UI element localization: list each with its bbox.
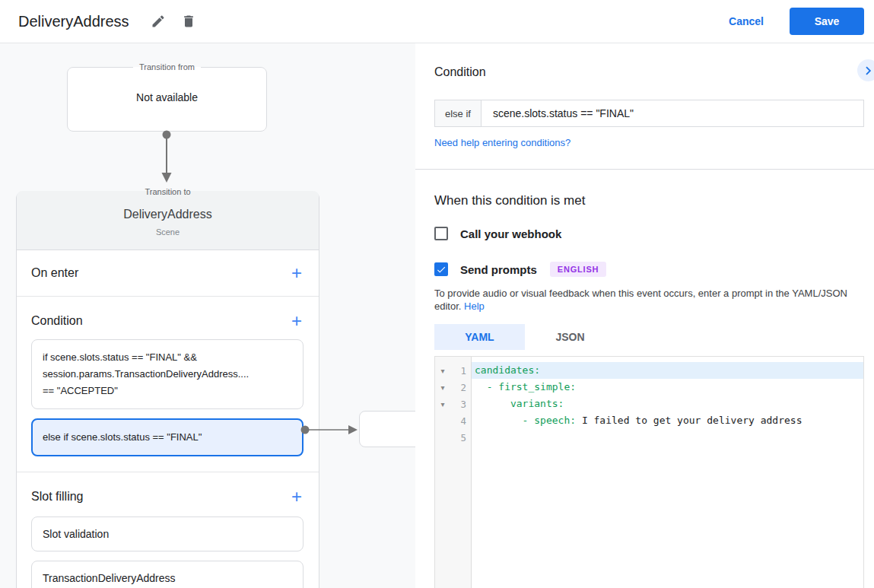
scene-card-header: DeliveryAddress Scene <box>17 191 319 250</box>
fold-arrow-icon[interactable]: ▾ <box>435 383 450 392</box>
fold-arrow-icon[interactable]: ▾ <box>435 367 450 375</box>
condition-line: if scene.slots.status == "FINAL" && <box>43 349 292 366</box>
transition-target-node[interactable] <box>359 411 415 447</box>
panel-title: Condition <box>434 65 864 79</box>
section-divider <box>415 169 874 170</box>
yaml-key-token: variants: <box>475 398 564 409</box>
scene-editor: DeliveryAddress Cancel Save Transition f… <box>0 0 874 588</box>
webhook-label[interactable]: Call your webhook <box>460 227 561 240</box>
gutter-row: 5 <box>435 429 471 446</box>
condition-label: Condition <box>31 314 83 328</box>
scene-name: DeliveryAddress <box>29 208 307 221</box>
editor-hint: To provide audio or visual feedback when… <box>434 287 857 313</box>
language-badge: ENGLISH <box>550 262 607 277</box>
help-link[interactable]: Help <box>464 300 485 312</box>
transition-from-content: Not available <box>68 91 266 103</box>
slot-item[interactable]: TransactionDeliveryAddress <box>31 561 304 588</box>
when-condition-heading: When this condition is met <box>434 193 864 208</box>
condition-line: else if scene.slots.status == "FINAL" <box>43 429 292 446</box>
slot-filling-label: Slot filling <box>31 490 83 504</box>
add-condition-button[interactable]: + <box>290 313 304 329</box>
hint-text: To provide audio or visual feedback when… <box>434 288 847 312</box>
yaml-value-token: I failed to get your delivery address <box>576 415 802 426</box>
gutter-row: ▾2 <box>435 379 471 396</box>
send-prompts-label[interactable]: Send prompts <box>460 263 537 276</box>
send-prompts-row: Send prompts ENGLISH <box>434 262 864 277</box>
scene-type: Scene <box>29 227 307 237</box>
yaml-key-token: - first_simple: <box>475 381 576 393</box>
plus-icon: + <box>291 486 302 507</box>
conditions-help-link[interactable]: Need help entering conditions? <box>434 137 570 148</box>
code-line[interactable]: - first_simple: <box>472 379 863 396</box>
check-icon <box>436 264 447 275</box>
transition-to-label: Transition to <box>138 187 196 196</box>
condition-transition-arrow <box>300 423 361 437</box>
condition-expression-input[interactable] <box>481 100 863 126</box>
line-number: 2 <box>450 382 471 393</box>
plus-icon: + <box>291 310 302 331</box>
trash-icon <box>181 14 196 29</box>
webhook-row: Call your webhook <box>434 227 864 240</box>
webhook-checkbox[interactable] <box>434 227 448 240</box>
code-line[interactable]: candidates: <box>472 362 863 379</box>
top-bar: DeliveryAddress Cancel Save <box>0 0 874 43</box>
transition-from-label: Transition from <box>133 62 201 72</box>
condition-line: session.params.TransactionDeliveryAddres… <box>43 366 292 383</box>
condition-item[interactable]: if scene.slots.status == "FINAL" && sess… <box>31 339 304 409</box>
condition-item-selected[interactable]: else if scene.slots.status == "FINAL" <box>31 418 304 456</box>
code-line[interactable] <box>472 429 863 446</box>
yaml-key-token: - speech: <box>475 415 576 426</box>
edit-button[interactable] <box>146 9 170 33</box>
page-title: DeliveryAddress <box>18 13 129 30</box>
condition-prefix: else if <box>435 100 481 126</box>
gutter-row: ▾1 <box>435 362 471 379</box>
line-number: 1 <box>450 365 471 377</box>
editor-gutter: ▾1▾2▾345 <box>435 357 472 588</box>
cancel-button[interactable]: Cancel <box>717 9 776 33</box>
add-on-enter-button[interactable]: + <box>290 265 304 281</box>
condition-line: == "ACCEPTED" <box>43 383 292 399</box>
fold-arrow-icon[interactable]: ▾ <box>435 400 450 408</box>
delete-button[interactable] <box>176 9 201 33</box>
editor-code[interactable]: candidates: - first_simple: variants: - … <box>472 357 863 588</box>
save-button[interactable]: Save <box>790 8 864 35</box>
yaml-key-token: candidates: <box>475 364 540 376</box>
on-enter-section: On enter + <box>17 250 319 297</box>
editor-format-tabs: YAML JSON <box>434 324 864 350</box>
gutter-row: 4 <box>435 412 471 429</box>
line-number: 5 <box>450 432 471 443</box>
pencil-icon <box>151 14 166 29</box>
slot-item[interactable]: Slot validation <box>31 516 304 551</box>
plus-icon: + <box>291 262 302 283</box>
chevron-right-icon <box>860 62 874 79</box>
yaml-code-editor[interactable]: ▾1▾2▾345 candidates: - first_simple: var… <box>434 356 864 588</box>
code-line[interactable]: - speech: I failed to get your delivery … <box>472 412 863 429</box>
send-prompts-checkbox[interactable] <box>434 262 448 276</box>
line-number: 4 <box>450 415 471 427</box>
transition-from-node: Transition from Not available <box>67 62 267 132</box>
tab-json[interactable]: JSON <box>525 324 615 350</box>
transition-arrow-down <box>157 130 176 185</box>
condition-detail-panel: Condition else if Need help entering con… <box>415 43 874 588</box>
tab-yaml[interactable]: YAML <box>434 324 525 350</box>
gutter-row: ▾3 <box>435 396 471 412</box>
add-slot-button[interactable]: + <box>290 489 304 504</box>
condition-section: Condition + if scene.slots.status == "FI… <box>17 297 319 472</box>
collapse-panel-button[interactable] <box>857 59 874 81</box>
code-line[interactable]: variants: <box>472 396 863 412</box>
on-enter-label: On enter <box>31 266 78 280</box>
slot-filling-section: Slot filling + Slot validation Transacti… <box>17 472 319 588</box>
line-number: 3 <box>450 399 471 410</box>
scene-diagram-panel: Transition from Not available Transition… <box>0 43 415 588</box>
scene-card: Transition to DeliveryAddress Scene On e… <box>16 187 319 588</box>
condition-input-row: else if <box>434 100 864 127</box>
